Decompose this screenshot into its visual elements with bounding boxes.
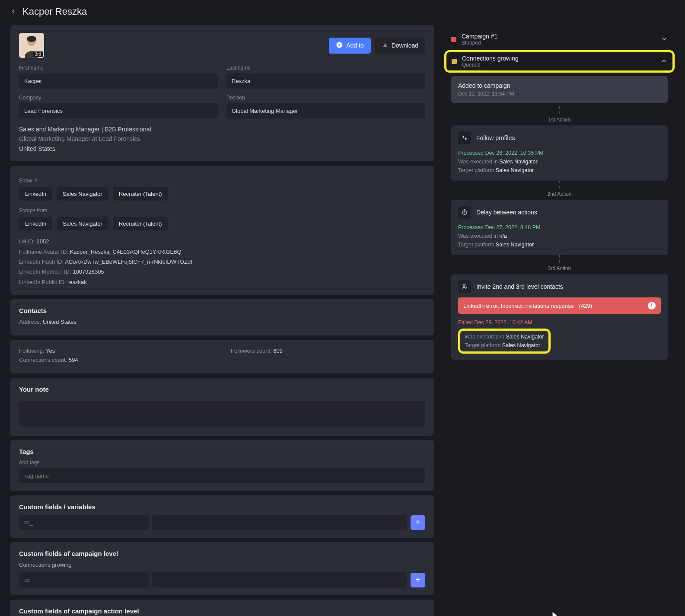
- scrape-from-linkedin[interactable]: LinkedIn: [19, 217, 52, 230]
- cf-campaign-value-input[interactable]: [152, 572, 407, 587]
- add-to-button[interactable]: Add to: [329, 38, 370, 54]
- action-3-tgt-k: Target platform: [465, 342, 500, 348]
- add-to-label: Add to: [346, 42, 363, 49]
- status-dot-queued-icon: [452, 59, 457, 64]
- tags-panel: Tags Add tags: [10, 440, 434, 491]
- last-name-input[interactable]: [226, 73, 425, 89]
- bio-line-2: Global Marketing Manager at Lead Forensi…: [19, 134, 425, 144]
- address-key: Address:: [19, 319, 41, 325]
- address-value: United States: [43, 319, 76, 325]
- action-1-exec-v: Sales Navigator: [499, 159, 537, 165]
- action-2-tgt-k: Target platform: [458, 242, 494, 248]
- scrape-from-sales-navigator[interactable]: Sales Navigator: [57, 217, 108, 230]
- last-name-label: Last name: [226, 65, 425, 71]
- added-to-campaign-box: Added to campaign Dec 11, 2022, 11:34 PM: [451, 76, 668, 103]
- campaign-2-status: Queued: [462, 62, 519, 68]
- following-key: Following:: [19, 348, 45, 354]
- svg-point-7: [463, 284, 465, 287]
- campaign-1-header[interactable]: Campaign #1 Stopped: [444, 29, 675, 50]
- svg-point-4: [462, 136, 464, 138]
- hash-id-value: ACoAADwTw_EBeWLFuj5tCF7_n-rNkfefDWTOZdI: [65, 259, 192, 265]
- connection-degree-badge: 3rd: [33, 51, 43, 57]
- add-tags-label: Add tags: [19, 460, 425, 466]
- chevron-down-icon: [661, 35, 668, 44]
- svg-point-2: [27, 36, 36, 42]
- note-panel: Your note: [10, 378, 434, 436]
- plus-circle-icon: [336, 41, 343, 50]
- bio-line-1: Sales and Marketing Manager | B2B Profes…: [19, 124, 425, 134]
- action-3-exec-k: Was executed in: [465, 334, 504, 340]
- hash-id-key: LinkedIn Hash ID:: [19, 259, 64, 265]
- social-panel: Following: Yes Followers count: 609 Conn…: [10, 340, 434, 373]
- show-in-recruiter[interactable]: Recruiter (Talent): [113, 187, 168, 201]
- custom-fields-action-panel: Custom fields of campaign action level #…: [10, 600, 434, 616]
- scrape-from-recruiter[interactable]: Recruiter (Talent): [113, 217, 168, 230]
- avatar-id-value: Kacper_Reszka_C4E03AQHeQ1YKRtGE6Q: [70, 249, 182, 255]
- add-custom-field-button[interactable]: +: [411, 515, 425, 530]
- action-1-title: Follow profiles: [476, 134, 515, 141]
- action-3-title: Invite 2nd and 3rd level contacts: [476, 283, 563, 290]
- footsteps-icon: [458, 131, 471, 144]
- campaign-1-title: Campaign #1: [462, 33, 497, 40]
- custom-fields-panel: Custom fields / variables +: [10, 495, 434, 538]
- cf-action-title: Custom fields of campaign action level: [19, 607, 425, 615]
- cf-value-input[interactable]: [152, 515, 407, 530]
- campaign-1-status: Stopped: [462, 40, 497, 46]
- action-1-card: Follow profiles Processed Dec 26, 2022, …: [451, 125, 668, 181]
- show-in-linkedin[interactable]: LinkedIn: [19, 187, 52, 201]
- action-3-tgt-v: Sales Navigator: [502, 342, 540, 348]
- action-1-tgt-k: Target platform: [458, 167, 494, 173]
- status-dot-stopped-icon: [451, 37, 456, 42]
- links-panel: Show in LinkedIn Sales Navigator Recruit…: [10, 166, 434, 295]
- cf-campaign-name: Connections growing: [19, 562, 425, 568]
- avatar-id-key: Fullname Avatar ID:: [19, 249, 68, 255]
- error-code: (429): [579, 303, 592, 309]
- connections-key: Connections count:: [19, 357, 67, 363]
- contacts-panel: Contacts Address: United States: [10, 299, 434, 335]
- contacts-title: Contacts: [19, 307, 425, 314]
- cf-key-input[interactable]: [19, 515, 149, 530]
- position-input[interactable]: [226, 103, 425, 118]
- note-textarea[interactable]: [19, 401, 425, 427]
- show-in-sales-navigator[interactable]: Sales Navigator: [57, 187, 108, 201]
- stopwatch-icon: [458, 206, 471, 219]
- action-3-card: Invite 2nd and 3rd level contacts Linked…: [451, 274, 668, 360]
- add-cf-campaign-button[interactable]: +: [411, 573, 425, 587]
- back-button[interactable]: [10, 8, 16, 16]
- action-2-card: Delay between actions Processed Dec 27, …: [451, 200, 668, 255]
- show-in-label: Show in: [19, 178, 425, 184]
- svg-point-5: [465, 137, 467, 140]
- download-icon: [382, 42, 388, 49]
- lh-id-value: 2052: [36, 238, 49, 245]
- tags-title: Tags: [19, 448, 425, 455]
- action-2-exec-k: Was executed in: [458, 233, 498, 239]
- custom-fields-title: Custom fields / variables: [19, 503, 425, 511]
- cf-campaign-key-input[interactable]: [19, 572, 149, 587]
- campaign-2-header[interactable]: Connections growing Queued: [444, 50, 675, 73]
- user-plus-icon: [458, 280, 471, 293]
- added-title: Added to campaign: [458, 82, 661, 89]
- first-name-input[interactable]: [19, 73, 218, 89]
- tag-input[interactable]: [19, 468, 425, 483]
- custom-fields-campaign-panel: Custom fields of campaign level Connecti…: [10, 542, 434, 595]
- download-button[interactable]: Download: [375, 38, 425, 54]
- action-2-label: 2nd Action: [444, 191, 675, 197]
- company-input[interactable]: [19, 103, 218, 118]
- page-title: Kacper Reszka: [22, 6, 87, 17]
- action-2-title: Delay between actions: [476, 209, 537, 216]
- company-label: Company: [19, 95, 218, 101]
- action-2-processed: Processed Dec 27, 2022, 8:48 PM: [458, 223, 661, 232]
- campaign-2-title: Connections growing: [462, 55, 519, 62]
- added-ts: Dec 11, 2022, 11:34 PM: [458, 91, 661, 97]
- action-3-label: 3rd Action: [444, 265, 675, 271]
- cf-campaign-title: Custom fields of campaign level: [19, 550, 425, 557]
- error-banner: LinkedIn error. Incorrect invitations re…: [458, 297, 661, 314]
- lh-id-key: LH ID:: [19, 238, 35, 245]
- action-1-processed: Processed Dec 26, 2022, 10:35 PM: [458, 149, 661, 157]
- followers-value: 609: [273, 348, 283, 354]
- member-id-key: LinkedIn Member ID:: [19, 268, 71, 275]
- note-title: Your note: [19, 386, 425, 393]
- position-label: Position: [226, 95, 425, 101]
- svg-point-6: [462, 211, 466, 214]
- following-value: Yes: [46, 348, 55, 354]
